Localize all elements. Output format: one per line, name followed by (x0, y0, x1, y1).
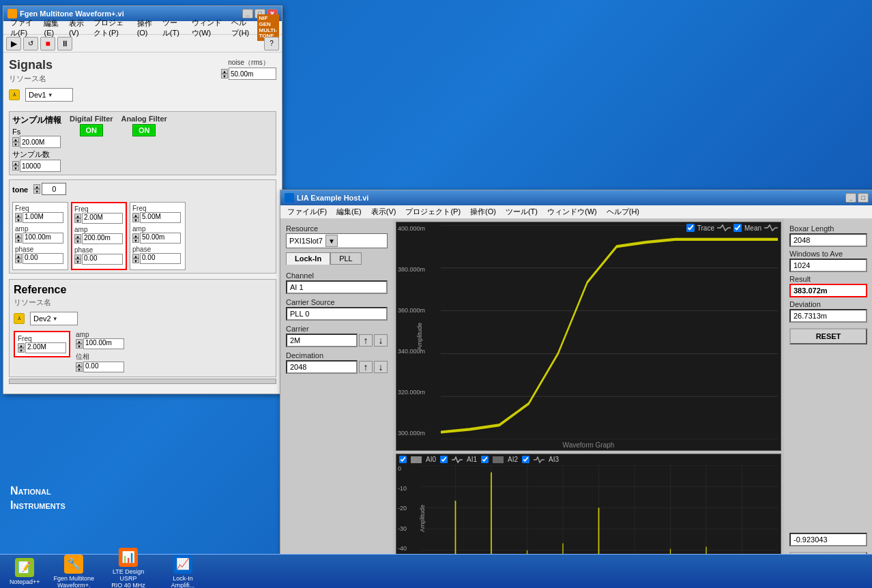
resource-combo-arrow[interactable]: ▼ (325, 235, 338, 247)
ai2-checkbox[interactable] (481, 456, 489, 463)
carrier-source-value[interactable]: PLL 0 (286, 307, 388, 321)
tab-pll[interactable]: PLL (330, 252, 362, 265)
ref-phase-spin-down[interactable]: ▼ (76, 367, 83, 372)
noise-value[interactable]: 50.00m (229, 68, 276, 80)
tone-spin-down[interactable]: ▼ (33, 189, 40, 194)
tone3-phase-spin[interactable]: ▲ ▼ (132, 254, 139, 263)
lia-minimize-btn[interactable]: _ (845, 193, 856, 203)
decimation-incr-down[interactable]: ↓ (374, 361, 388, 373)
tone3-freq-spin[interactable]: ▲ ▼ (132, 213, 139, 222)
boxar-value[interactable]: 2048 (789, 233, 867, 247)
sample-spin[interactable]: ▲ ▼ (12, 161, 19, 171)
ref-amp-spin-down[interactable]: ▼ (76, 344, 83, 349)
tone1-phase-spin-up[interactable]: ▲ (15, 254, 22, 259)
tone2-freq-spin-down[interactable]: ▼ (74, 218, 81, 223)
ai3-checkbox[interactable] (522, 456, 529, 463)
lia-menu-help[interactable]: ヘルプ(H) (602, 206, 643, 218)
ai1-checkbox[interactable] (440, 456, 448, 463)
trace-checkbox[interactable] (686, 224, 695, 232)
reference-resource-combo[interactable]: Dev2 ▼ (30, 312, 78, 325)
fgen-menu-file[interactable]: ファイル(F) (6, 17, 38, 39)
lia-menu-view[interactable]: 表示(V) (367, 206, 401, 218)
tone2-phase-spin[interactable]: ▲ ▼ (74, 254, 81, 264)
sample-spin-down[interactable]: ▼ (12, 166, 19, 171)
lia-menu-project[interactable]: プロジェクト(P) (401, 206, 465, 218)
fgen-menu-help[interactable]: ヘルプ(H) (227, 17, 256, 39)
tab-lockin[interactable]: Lock-In (286, 252, 330, 265)
reset-button[interactable]: RESET (789, 328, 867, 344)
fgen-loop-btn[interactable]: ↺ (23, 37, 38, 50)
analog-filter-btn[interactable]: ON (132, 124, 156, 136)
mean-checkbox[interactable] (733, 224, 742, 232)
sample-spin-up[interactable]: ▲ (12, 161, 19, 166)
tone1-amp-value[interactable]: 100.00m (23, 233, 63, 244)
fgen-menu-window[interactable]: ウィンドウ(W) (188, 17, 226, 39)
tone1-freq-spin-down[interactable]: ▼ (15, 218, 22, 222)
taskbar-fgen[interactable]: 🔧 Fgen MultitoneWaveform+. (50, 553, 99, 589)
fgen-stop-btn[interactable]: ■ (40, 37, 55, 50)
noise-spin-down[interactable]: ▼ (221, 74, 228, 78)
lia-menu-edit[interactable]: 編集(E) (332, 206, 366, 218)
fs-value[interactable]: 20.00M (20, 136, 61, 148)
fgen-menu-view[interactable]: 表示(V) (65, 18, 88, 38)
tone2-phase-spin-up[interactable]: ▲ (74, 254, 81, 259)
fgen-menu-edit[interactable]: 編集(E) (40, 18, 63, 38)
noise-spin-up[interactable]: ▲ (221, 69, 228, 74)
reference-phase-value[interactable]: 0.00 (83, 362, 124, 372)
tone3-phase-value[interactable]: 0.00 (140, 253, 181, 264)
tone2-amp-value[interactable]: 200.00m (82, 233, 123, 244)
ref-phase-spin-up[interactable]: ▲ (76, 362, 83, 367)
result-value[interactable]: 383.072m (789, 284, 867, 297)
signals-resource-combo[interactable]: Dev1 ▼ (25, 88, 73, 102)
tone2-phase-value[interactable]: 0.00 (82, 254, 123, 265)
carrier-value[interactable]: 2M (286, 334, 358, 347)
tone1-phase-value[interactable]: 0.00 (23, 253, 63, 264)
tone1-amp-spin[interactable]: ▲ ▼ (15, 233, 22, 243)
fgen-menu-operate[interactable]: 操作(O) (133, 18, 157, 38)
tone1-freq-spin-up[interactable]: ▲ (15, 213, 22, 218)
taskbar-lte[interactable]: 📊 LTE Design USRPRIO 40 MHz B... (104, 546, 153, 589)
ref-amp-spin[interactable]: ▲ ▼ (76, 339, 83, 349)
tone1-freq-spin[interactable]: ▲ ▼ (15, 213, 22, 222)
carrier-incr-up[interactable]: ↑ (359, 334, 373, 347)
lia-menu-window[interactable]: ウィンドウ(W) (543, 206, 601, 218)
fs-spin-up[interactable]: ▲ (12, 137, 19, 142)
lia-menu-tools[interactable]: ツール(T) (502, 206, 542, 218)
fgen-menu-project[interactable]: プロジェクト(P) (89, 17, 131, 39)
tone3-freq-spin-up[interactable]: ▲ (132, 213, 139, 218)
tone3-freq-spin-down[interactable]: ▼ (132, 218, 139, 222)
carrier-incr-down[interactable]: ↓ (374, 334, 388, 347)
resource-combo[interactable]: PXI1Slot7 ▼ (286, 233, 388, 248)
tone-spin[interactable]: ▲ ▼ (33, 184, 40, 194)
tone2-freq-value[interactable]: 2.00M (82, 213, 123, 224)
tone2-freq-spin[interactable]: ▲ ▼ (74, 214, 81, 223)
tone3-phase-spin-up[interactable]: ▲ (132, 254, 139, 259)
tone3-phase-spin-down[interactable]: ▼ (132, 259, 139, 263)
tone2-freq-spin-up[interactable]: ▲ (74, 214, 81, 218)
ref-freq-spin[interactable]: ▲ ▼ (18, 343, 25, 353)
ref-amp-spin-up[interactable]: ▲ (76, 339, 83, 344)
fs-spin-down[interactable]: ▼ (12, 142, 19, 147)
fgen-pause-btn[interactable]: ⏸ (57, 37, 72, 50)
digital-filter-btn[interactable]: ON (80, 124, 104, 136)
tone1-freq-value[interactable]: 1.00M (23, 212, 63, 223)
noise-spin[interactable]: ▲ ▼ (221, 69, 228, 78)
tone3-freq-value[interactable]: 5.00M (140, 212, 181, 223)
tone1-phase-spin-down[interactable]: ▼ (15, 259, 22, 263)
ref-freq-spin-up[interactable]: ▲ (18, 343, 25, 348)
fs-spin[interactable]: ▲ ▼ (12, 137, 19, 147)
tone1-amp-spin-up[interactable]: ▲ (15, 233, 22, 238)
tone1-phase-spin[interactable]: ▲ ▼ (15, 254, 22, 263)
lia-menu-operate[interactable]: 操作(O) (466, 206, 500, 218)
sample-count-value[interactable]: 10000 (20, 160, 61, 172)
tone2-amp-spin[interactable]: ▲ ▼ (74, 234, 81, 244)
tone3-amp-spin[interactable]: ▲ ▼ (132, 233, 139, 243)
tone2-amp-spin-down[interactable]: ▼ (74, 239, 81, 244)
tone-number[interactable]: 0 (42, 183, 66, 195)
reference-freq-value[interactable]: 2.00M (25, 342, 66, 353)
channel-value[interactable]: AI 1 (286, 280, 388, 294)
tone3-amp-value[interactable]: 50.00m (140, 233, 181, 244)
lia-maximize-btn[interactable]: □ (858, 193, 869, 203)
fgen-run-btn[interactable]: ▶ (6, 37, 21, 50)
fgen-help-btn[interactable]: ? (264, 37, 279, 50)
